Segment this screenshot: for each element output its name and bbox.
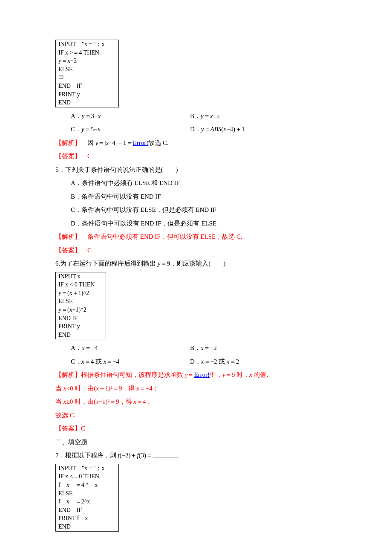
q4-code-box: INPUT "x＝"；x IF x >＝4 THEN y＝x−3 ELSE ① … bbox=[55, 40, 119, 107]
code-line: END IF bbox=[58, 314, 103, 323]
q5-choice-a: A．条件语句中必须有 ELSE 和 END IF bbox=[71, 176, 337, 190]
q4-choice-a: A．y＝3−x bbox=[71, 110, 190, 123]
code-line: END bbox=[58, 523, 116, 531]
q5-choice-b: B．条件语句中可以没有 END IF bbox=[71, 190, 337, 204]
q6-choice-d: D．x＝−2 或 x＝2 bbox=[190, 355, 337, 369]
code-line: ELSE bbox=[58, 297, 103, 306]
q6-code-box: INPUT x IF x < 0 THEN y＝(x＋1)^2 ELSE y＝(… bbox=[55, 272, 106, 340]
q6-choice-b: B．x＝−2 bbox=[190, 341, 337, 355]
code-line: y＝x−3 bbox=[58, 57, 116, 65]
q4-choice-c: C．y＝5−x bbox=[71, 123, 190, 136]
q5-stem: 5．下列关于条件语句的说法正确的是( ) bbox=[55, 163, 337, 177]
code-line: END IF bbox=[58, 506, 116, 515]
q7-stem: 7．根据以下程序，则 f(−2)＋f(3)＝. bbox=[55, 449, 337, 462]
q6-explanation-3: 当 x≥0 时，由(x−1)²＝9，得 x＝4， bbox=[55, 395, 337, 409]
q6-answer: 【答案】C bbox=[55, 422, 337, 436]
q6-choice-a: A．x＝−4 bbox=[71, 341, 190, 355]
q4-choice-d: D．y＝ABS(x−4)＋1 bbox=[190, 123, 337, 136]
section-2-heading: 二、填空题 bbox=[55, 436, 337, 449]
q6-choice-c: C．x＝4 或 x＝−4 bbox=[71, 355, 190, 369]
fill-blank bbox=[153, 451, 178, 457]
code-line: INPUT "x＝"；x bbox=[58, 40, 116, 49]
code-line: INPUT x bbox=[58, 272, 103, 281]
code-line: ELSE bbox=[58, 65, 116, 74]
code-line: ELSE bbox=[58, 489, 116, 498]
code-line: IF x <＝0 THEN bbox=[58, 472, 116, 481]
code-line: END bbox=[58, 98, 116, 107]
code-line: f x ＝2^x bbox=[58, 497, 116, 506]
code-line: PRINT y bbox=[58, 322, 103, 331]
code-line: f x ＝4 * x bbox=[58, 481, 116, 489]
q6-explanation-2: 当 x<0 时，由(x＋1)²＝9，得 x＝−4； bbox=[55, 382, 337, 396]
code-line: INPUT "x＝"；x bbox=[58, 464, 116, 473]
q6-explanation-1: 【解析】根据条件语句可知，该程序是求函数 y＝Error!中，y＝9 时，x 的… bbox=[55, 368, 337, 382]
code-blank-1: ① bbox=[58, 73, 116, 82]
q5-explanation: 【解析】 条件语句中必须有 END IF，但可以没有 ELSE，故选 C. bbox=[55, 230, 337, 244]
code-line: IF x >＝4 THEN bbox=[58, 49, 116, 57]
q4-explanation: 【解析】 因 y＝|x−4|＋1＝Error!故选 C. bbox=[55, 136, 337, 150]
q5-choice-c: C．条件语句中可以没有 ELSE，但是必须有 END IF bbox=[71, 203, 337, 217]
q4-answer: 【答案】 C bbox=[55, 150, 337, 163]
code-line: END IF bbox=[58, 82, 116, 90]
q6-stem: 6.为了在运行下面的程序后得到输出 y＝9，则应该输入( ) bbox=[55, 257, 337, 271]
q5-choice-d: D．条件语句中可以没有 END IF，但是必须有 ELSE bbox=[71, 217, 337, 231]
q7-code-box: INPUT "x＝"；x IF x <＝0 THEN f x ＝4 * x EL… bbox=[55, 464, 119, 532]
code-line: IF x < 0 THEN bbox=[58, 280, 103, 289]
q6-explanation-4: 故选 C. bbox=[55, 409, 337, 422]
code-line: y＝(x＋1)^2 bbox=[58, 289, 103, 298]
q5-answer: 【答案】 C bbox=[55, 244, 337, 257]
code-line: PRINT f x bbox=[58, 514, 116, 523]
code-line: y＝(x−1)^2 bbox=[58, 306, 103, 314]
q4-choice-b: B．y＝x−5 bbox=[190, 110, 337, 123]
code-line: PRINT y bbox=[58, 90, 116, 99]
code-line: END bbox=[58, 331, 103, 339]
